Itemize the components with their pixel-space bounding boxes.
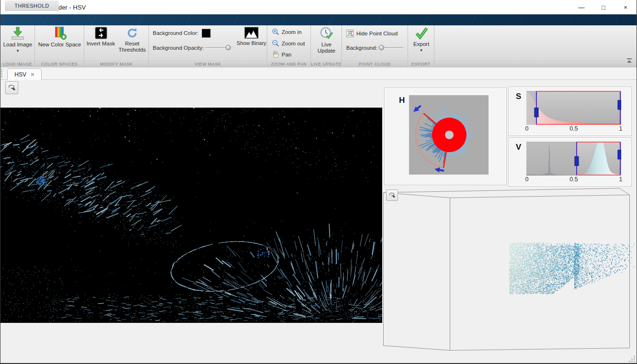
value-panel: V 0 0.5 1 — [508, 137, 632, 187]
point-cloud-icon — [346, 30, 354, 37]
show-binary-button[interactable]: Show Binary — [237, 27, 266, 46]
pan-hand-icon — [272, 51, 279, 58]
section-load-image: LOAD IMAGE — [0, 61, 34, 67]
show-binary-label: Show Binary — [237, 40, 266, 46]
point-cloud-3d-view[interactable] — [383, 188, 637, 358]
close-button[interactable]: × — [614, 0, 637, 14]
zoom-out-icon — [272, 40, 279, 47]
load-image-label: Load Image — [3, 42, 33, 48]
chevron-up-icon — [627, 60, 632, 63]
s-tick-05: 0.5 — [569, 125, 578, 132]
group-export: Export ▾ EXPORT — [408, 25, 434, 67]
section-color-spaces: COLOR SPACES — [35, 61, 84, 67]
export-caret-icon: ▾ — [420, 48, 422, 52]
pc-background-slider[interactable] — [378, 44, 403, 51]
pc-background-label: Background: — [346, 45, 377, 51]
show-binary-icon — [244, 27, 259, 39]
hide-point-cloud-label: Hide Point Cloud — [356, 31, 398, 36]
document-tabbar: HSV × — [0, 67, 637, 80]
maximize-button[interactable]: □ — [592, 0, 614, 14]
saturation-histogram-slider[interactable] — [526, 91, 621, 125]
hue-wheel-selector[interactable] — [385, 88, 506, 184]
hue-panel: H — [384, 88, 507, 185]
background-opacity-slider[interactable] — [205, 44, 230, 51]
live-update-label: Live Update — [312, 42, 341, 54]
load-image-icon — [11, 27, 25, 40]
s-tick-0: 0 — [525, 125, 529, 132]
window-controls: — □ × — [570, 0, 637, 14]
resize-grip[interactable] — [629, 356, 635, 362]
background-color-label: Background Color: — [153, 30, 198, 36]
slider-knob[interactable] — [226, 45, 231, 50]
collapse-ribbon-button[interactable] — [626, 58, 632, 63]
tab-threshold[interactable]: THRESHOLD — [5, 0, 59, 11]
value-histogram-slider[interactable] — [526, 142, 621, 176]
saturation-label: S — [516, 92, 521, 101]
zoom-out-label: Zoom out — [282, 41, 305, 46]
group-modify-mask: Invert Mask Reset Thresholds MODIFY MASK — [84, 25, 149, 67]
value-label: V — [516, 143, 521, 152]
invert-mask-icon — [95, 27, 107, 39]
slider-knob[interactable] — [379, 45, 384, 50]
zoom-in-icon — [272, 28, 279, 35]
group-color-spaces: New Color Space COLOR SPACES — [35, 25, 84, 67]
section-zoom-pan: ZOOM AND PAN — [267, 61, 310, 67]
pc-rotate-button[interactable] — [386, 189, 398, 201]
main-content: H S 0 0.5 1 V 0 0.5 1 — [0, 80, 637, 363]
pan-button[interactable]: Pan — [272, 51, 291, 58]
v-tick-1: 1 — [619, 176, 623, 183]
toolbar-filler — [434, 25, 637, 67]
section-point-cloud: POINT CLOUD — [342, 61, 408, 67]
ribbon-tab-band — [0, 14, 637, 25]
s-tick-1: 1 — [619, 125, 623, 132]
live-update-button[interactable]: Live Update — [312, 27, 341, 54]
reset-thresholds-icon — [126, 27, 138, 39]
titlebar: Color Thresholder - HSV — □ × — [0, 0, 637, 14]
export-button[interactable]: Export ▾ — [409, 27, 433, 52]
new-color-space-icon — [53, 27, 67, 40]
export-label: Export — [413, 41, 429, 47]
tab-close-icon[interactable]: × — [31, 72, 34, 77]
load-image-button[interactable]: Load Image ▾ — [2, 27, 34, 53]
pan-label: Pan — [282, 52, 291, 57]
new-color-space-button[interactable]: New Color Space — [36, 27, 83, 48]
invert-mask-button[interactable]: Invert Mask — [85, 27, 116, 47]
zoom-in-label: Zoom in — [282, 29, 302, 35]
reset-thresholds-button[interactable]: Reset Thresholds — [117, 27, 148, 53]
zoom-in-button[interactable]: Zoom in — [272, 28, 302, 35]
freehand-select-button[interactable] — [5, 81, 18, 94]
background-color-swatch[interactable] — [202, 29, 211, 38]
rotate-lasso-icon — [388, 191, 396, 199]
load-image-caret-icon: ▾ — [17, 49, 19, 53]
lasso-icon — [7, 83, 16, 92]
zoom-out-button[interactable]: Zoom out — [272, 40, 305, 47]
app-window: Color Thresholder - HSV — □ × THRESHOLD … — [0, 0, 637, 364]
section-live-update: LIVE UPDATE — [311, 61, 341, 67]
live-update-icon — [319, 27, 334, 40]
ribbon-toolbar: Load Image ▾ LOAD IMAGE New Color Space — [0, 25, 637, 67]
background-opacity-label: Background Opacity: — [153, 45, 204, 51]
group-point-cloud: Hide Point Cloud Background: POINT CLOUD — [342, 25, 408, 67]
hide-point-cloud-button[interactable]: Hide Point Cloud — [346, 30, 398, 37]
group-view-mask: Background Color: Background Opacity: Sh… — [149, 25, 267, 67]
group-zoom-pan: Zoom in Zoom out — [267, 25, 311, 67]
saturation-panel: S 0 0.5 1 — [508, 87, 632, 136]
group-load-image: Load Image ▾ LOAD IMAGE — [0, 25, 35, 67]
section-view-mask: VIEW MASK — [149, 61, 267, 67]
minimize-button[interactable]: — — [570, 0, 592, 14]
section-modify-mask: MODIFY MASK — [84, 61, 148, 67]
new-color-space-label: New Color Space — [38, 42, 81, 48]
tab-hsv[interactable]: HSV × — [7, 68, 42, 80]
tab-hsv-label: HSV — [14, 71, 26, 78]
invert-mask-label: Invert Mask — [87, 41, 115, 47]
drag-handle[interactable] — [1, 69, 2, 78]
export-icon — [414, 27, 429, 40]
section-export: EXPORT — [408, 61, 434, 67]
mask-image-view[interactable] — [0, 108, 382, 323]
reset-thresholds-label: Reset Thresholds — [117, 41, 148, 53]
v-tick-05: 0.5 — [569, 176, 578, 183]
v-tick-0: 0 — [525, 176, 529, 183]
group-live-update: Live Update LIVE UPDATE — [311, 25, 342, 67]
